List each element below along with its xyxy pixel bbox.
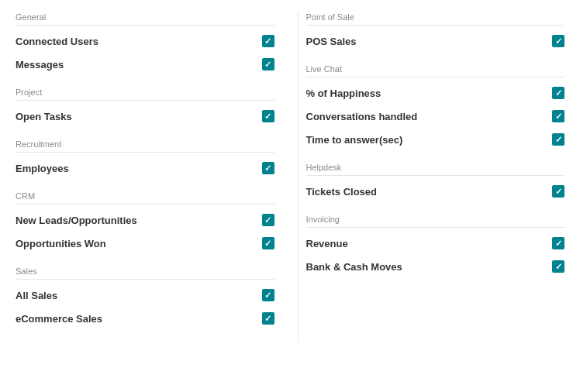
item-label-open-tasks: Open Tasks — [16, 111, 262, 122]
section-sales: SalesAll SaleseCommerce Sales — [16, 266, 274, 328]
checkbox-new-leads[interactable] — [262, 214, 274, 226]
column-right: Point of SalePOS SalesLive Chat% of Happ… — [298, 12, 565, 342]
section-point-of-sale: Point of SalePOS Sales — [306, 12, 565, 50]
item-label-time-to-answer: Time to answer(sec) — [306, 134, 553, 146]
section-crm: CRMNew Leads/OpportunitiesOpportunities … — [16, 191, 274, 253]
section-invoicing: InvoicingRevenueBank & Cash Moves — [306, 215, 565, 276]
checkbox-bank-cash-moves[interactable] — [552, 260, 564, 273]
item-row-happiness: % of Happiness — [306, 84, 565, 102]
item-row-revenue: Revenue — [306, 234, 565, 253]
section-title-invoicing: Invoicing — [306, 215, 565, 228]
item-label-conversations-handled: Conversations handled — [306, 111, 553, 122]
checkbox-time-to-answer[interactable] — [552, 133, 564, 146]
checkbox-pos-sales[interactable] — [552, 35, 564, 47]
section-title-project: Project — [16, 88, 274, 101]
checkbox-revenue[interactable] — [552, 237, 564, 249]
checkbox-open-tasks[interactable] — [262, 110, 274, 122]
section-title-crm: CRM — [16, 191, 274, 205]
item-row-conversations-handled: Conversations handled — [306, 107, 565, 126]
section-live-chat: Live Chat% of HappinessConversations han… — [306, 64, 565, 149]
section-title-point-of-sale: Point of Sale — [306, 12, 565, 26]
checkbox-happiness[interactable] — [552, 87, 564, 99]
item-label-pos-sales: POS Sales — [306, 36, 553, 47]
item-row-ecommerce-sales: eCommerce Sales — [16, 309, 274, 328]
item-label-connected-users: Connected Users — [16, 36, 262, 47]
section-title-helpdesk: Helpdesk — [306, 163, 565, 176]
section-title-general: General — [16, 12, 274, 26]
item-row-connected-users: Connected Users — [16, 32, 274, 50]
section-title-sales: Sales — [16, 266, 274, 280]
item-label-messages: Messages — [16, 59, 262, 70]
item-row-pos-sales: POS Sales — [306, 32, 565, 50]
section-title-recruitment: Recruitment — [16, 139, 274, 153]
item-label-tickets-closed: Tickets Closed — [306, 186, 553, 198]
item-row-bank-cash-moves: Bank & Cash Moves — [306, 257, 565, 276]
item-row-opportunities-won: Opportunities Won — [16, 234, 274, 253]
item-label-opportunities-won: Opportunities Won — [16, 238, 262, 249]
item-label-bank-cash-moves: Bank & Cash Moves — [306, 261, 553, 273]
section-recruitment: RecruitmentEmployees — [16, 139, 274, 177]
item-label-revenue: Revenue — [306, 238, 553, 249]
item-row-new-leads: New Leads/Opportunities — [16, 211, 274, 229]
item-row-messages: Messages — [16, 55, 274, 74]
checkbox-ecommerce-sales[interactable] — [262, 312, 274, 325]
checkbox-employees[interactable] — [262, 162, 274, 174]
item-row-open-tasks: Open Tasks — [16, 107, 274, 126]
checkbox-connected-users[interactable] — [262, 35, 274, 47]
item-label-happiness: % of Happiness — [306, 88, 553, 99]
item-row-employees: Employees — [16, 159, 274, 177]
checkbox-opportunities-won[interactable] — [262, 237, 274, 249]
section-project: ProjectOpen Tasks — [16, 88, 274, 126]
item-label-ecommerce-sales: eCommerce Sales — [16, 313, 262, 325]
checkbox-all-sales[interactable] — [262, 289, 274, 301]
checkbox-conversations-handled[interactable] — [552, 110, 564, 122]
section-helpdesk: HelpdeskTickets Closed — [306, 163, 565, 201]
item-label-employees: Employees — [16, 163, 262, 174]
section-title-live-chat: Live Chat — [306, 64, 565, 77]
item-row-all-sales: All Sales — [16, 286, 274, 304]
item-label-all-sales: All Sales — [16, 290, 262, 301]
section-general: GeneralConnected UsersMessages — [16, 12, 274, 74]
column-left: GeneralConnected UsersMessagesProjectOpe… — [16, 12, 298, 342]
main-layout: GeneralConnected UsersMessagesProjectOpe… — [16, 12, 564, 342]
item-row-tickets-closed: Tickets Closed — [306, 182, 565, 201]
checkbox-messages[interactable] — [262, 58, 274, 70]
item-row-time-to-answer: Time to answer(sec) — [306, 130, 565, 149]
item-label-new-leads: New Leads/Opportunities — [16, 215, 262, 226]
checkbox-tickets-closed[interactable] — [552, 185, 564, 198]
